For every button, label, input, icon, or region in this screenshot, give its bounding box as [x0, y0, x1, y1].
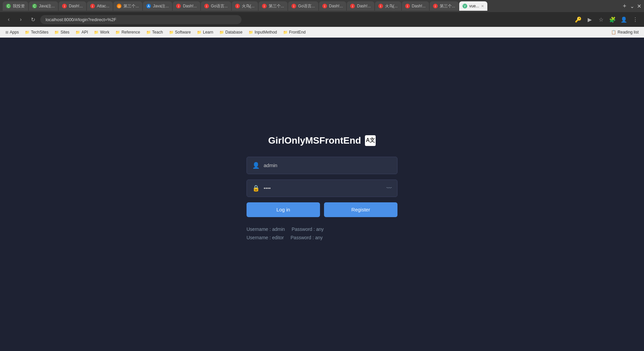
tab-favicon: A — [146, 4, 151, 8]
hint-row-1: Username : admin Password : any — [247, 225, 397, 234]
bookmark-label: Database — [225, 30, 243, 35]
bookmark-folder-icon: 📁 — [283, 30, 288, 35]
star-icon[interactable]: ☆ — [596, 15, 606, 24]
bookmark-label: TechSites — [31, 30, 48, 35]
hint-row-2: Username : editor Password : any — [247, 234, 397, 242]
tab-favicon: i — [90, 4, 95, 8]
browser-tab[interactable]: C 我投资 — [3, 1, 28, 11]
browser-tab[interactable]: i 火鸟(... — [232, 1, 258, 11]
extensions-icon[interactable]: 🧩 — [608, 15, 617, 24]
tab-favicon: i — [433, 4, 438, 8]
browser-tab[interactable]: C Java注... — [29, 1, 58, 11]
back-button[interactable]: ‹ — [4, 15, 13, 24]
reading-list-label: Reading list — [618, 30, 639, 35]
tab-label: 第三个... — [123, 3, 139, 9]
bookmark-label: FrontEnd — [289, 30, 306, 35]
bookmark-item[interactable]: 📁 Software — [166, 28, 194, 36]
key-icon[interactable]: 🔑 — [574, 15, 583, 24]
browser-tab[interactable]: i 第三个... — [430, 1, 459, 11]
tab-list-button[interactable]: ⌄ — [630, 3, 634, 9]
browser-tab[interactable]: i Dash!... — [402, 1, 429, 11]
bookmark-label: Sites — [60, 30, 69, 35]
bookmark-item[interactable]: 📁 API — [73, 28, 91, 36]
tab-label: 我投资 — [13, 3, 25, 9]
browser-tab[interactable]: i 第三个... — [259, 1, 287, 11]
profile-icon[interactable]: 👤 — [619, 15, 629, 24]
browser-tab[interactable]: i Dash!... — [173, 1, 200, 11]
tab-favicon: i — [405, 4, 410, 8]
login-container: GirlOnlyMSFrontEnd A文 👤 🔒 〰 Log in Regis… — [247, 135, 397, 242]
browser-tab[interactable]: i Go语言... — [288, 1, 318, 11]
tab-close-button[interactable]: ✕ — [481, 4, 484, 8]
bookmark-item[interactable]: ⊞ Apps — [3, 28, 21, 36]
hint1-username: Username : admin — [247, 225, 285, 234]
bookmark-label: Learn — [203, 30, 213, 35]
browser-tab[interactable]: V vue... ✕ — [459, 1, 487, 11]
tab-favicon: C — [6, 4, 11, 8]
browser-tab[interactable]: i Dash!... — [347, 1, 374, 11]
username-input-group: 👤 — [247, 157, 397, 174]
refresh-button[interactable]: ↻ — [28, 15, 38, 24]
bookmark-item[interactable]: 📁 Teach — [144, 28, 166, 36]
play-icon[interactable]: ▶ — [585, 15, 594, 24]
tab-label: 第三个... — [440, 3, 455, 9]
toolbar-icons: 🔑 ▶ ☆ 🧩 👤 ⋮ — [574, 15, 640, 24]
tab-label: 火鸟(... — [242, 3, 255, 9]
translate-symbol: A文 — [366, 137, 375, 144]
page-content: GirlOnlyMSFrontEnd A文 👤 🔒 〰 Log in Regis… — [0, 38, 644, 340]
tab-label: Java注... — [39, 3, 55, 9]
user-icon: 👤 — [252, 162, 260, 169]
browser-tab[interactable]: i Dash!... — [59, 1, 86, 11]
browser-tab[interactable]: i Attac... — [87, 1, 113, 11]
eye-icon[interactable]: 〰 — [386, 185, 392, 191]
browser-tab[interactable]: A Java注... — [143, 1, 172, 11]
bookmark-item[interactable]: 📁 Reference — [113, 28, 143, 36]
bookmark-item[interactable]: 📁 FrontEnd — [280, 28, 308, 36]
bookmark-label: Software — [175, 30, 191, 35]
tab-favicon: i — [350, 4, 355, 8]
bookmark-label: Work — [100, 30, 109, 35]
browser-tab[interactable]: i Dash!... — [319, 1, 346, 11]
menu-icon[interactable]: ⋮ — [631, 15, 640, 24]
bookmark-item[interactable]: 📁 Work — [91, 28, 112, 36]
browser-chrome: C 我投资 C Java注... i Dash!... i Attac... ◎… — [0, 0, 644, 38]
browser-tab[interactable]: ◎ 第三个... — [113, 1, 142, 11]
tab-label: Dash!... — [329, 4, 343, 8]
tab-label: Dash!... — [69, 4, 83, 8]
bookmark-folder-icon: 📁 — [54, 30, 59, 35]
address-input[interactable] — [40, 15, 241, 24]
bookmark-label: Teach — [152, 30, 163, 35]
browser-tab[interactable]: i 火鸟(... — [375, 1, 401, 11]
close-window-button[interactable]: ✕ — [637, 3, 641, 9]
bookmark-folder-icon: 📁 — [146, 30, 151, 35]
bookmark-folder-icon: 📁 — [169, 30, 174, 35]
bookmark-item[interactable]: 📁 InputMethod — [246, 28, 280, 36]
bookmark-item[interactable]: 📁 TechSites — [22, 28, 51, 36]
bookmark-folder-icon: 📁 — [197, 30, 202, 35]
translate-icon: A文 — [365, 135, 376, 146]
browser-tab[interactable]: i Go语言... — [201, 1, 231, 11]
username-input[interactable] — [264, 162, 392, 168]
tab-favicon: i — [204, 4, 209, 8]
tab-favicon: i — [62, 4, 67, 8]
tab-label: Dash!... — [357, 4, 371, 8]
tab-favicon: V — [463, 4, 467, 8]
bookmark-folder-icon: 📁 — [115, 30, 120, 35]
login-button[interactable]: Log in — [247, 202, 320, 217]
bookmark-folder-icon: 📁 — [249, 30, 253, 35]
tab-label: Java注... — [153, 3, 169, 9]
reading-list[interactable]: 📋 Reading list — [608, 30, 641, 35]
hint1-password: Password : any — [291, 225, 324, 234]
hint2-password: Password : any — [290, 234, 323, 242]
bookmark-item[interactable]: 📁 Learn — [194, 28, 216, 36]
bookmark-item[interactable]: 📁 Sites — [52, 28, 72, 36]
register-button[interactable]: Register — [324, 202, 397, 217]
new-tab-button[interactable]: + — [620, 1, 629, 11]
tab-controls: ⌄ ✕ — [630, 3, 641, 9]
bookmark-label: API — [82, 30, 88, 35]
bookmark-item[interactable]: 📁 Database — [217, 28, 245, 36]
tab-label: vue... — [469, 4, 479, 8]
forward-button[interactable]: › — [16, 15, 25, 24]
password-input[interactable] — [264, 185, 386, 191]
tab-label: Dash!... — [412, 4, 426, 8]
